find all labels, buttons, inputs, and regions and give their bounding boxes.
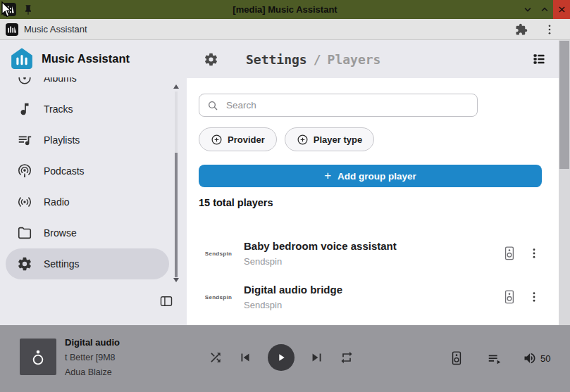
titlebar-buttons <box>519 0 570 19</box>
player-list: Sendspin Baby bedroom voice assistant Se… <box>199 232 559 319</box>
search-icon <box>207 100 218 111</box>
volume-icon <box>523 351 537 365</box>
now-playing-art[interactable] <box>20 339 56 375</box>
radio-broadcast-icon <box>17 194 32 210</box>
sidebar-item-podcasts[interactable]: Podcasts <box>6 156 169 186</box>
total-players-label: 15 total players <box>199 197 559 209</box>
filter-chip-label: Provider <box>228 134 265 145</box>
playlist-icon <box>17 132 32 148</box>
sidebar-app-title: Music Assistant <box>42 52 130 65</box>
close-button[interactable] <box>553 0 570 19</box>
mouse-cursor <box>1 1 13 19</box>
player-brand-logo: Sendspin <box>199 251 238 257</box>
gear-icon <box>17 256 32 272</box>
sidebar-item-label: Playlists <box>44 134 80 146</box>
sidebar-item-label: Radio <box>44 196 70 208</box>
sidebar-scroll-down-arrow[interactable] <box>173 278 179 282</box>
now-playing-bar: Digital audio t Better [9M8 Adua Blaize <box>0 325 570 392</box>
previous-button[interactable] <box>237 350 253 365</box>
speaker-icon <box>502 246 516 261</box>
sidebar-nav-list: Albums Tracks Playlists <box>0 77 187 279</box>
breadcrumb-separator: / <box>314 52 321 67</box>
search-box[interactable] <box>199 94 478 117</box>
breadcrumb-settings[interactable]: Settings <box>246 52 307 67</box>
sidebar-scrollbar-thumb[interactable] <box>175 153 178 277</box>
app-favicon <box>6 23 18 36</box>
player-provider: Sendspin <box>244 256 502 267</box>
add-group-player-button[interactable]: + Add group player <box>199 165 542 187</box>
now-playing-line2: t Better [9M8 <box>65 353 202 362</box>
player-brand-logo: Sendspin <box>199 294 238 301</box>
page-scrollbar-thumb[interactable] <box>559 41 569 169</box>
sidebar-item-label: Settings <box>44 258 80 270</box>
sidebar-item-settings[interactable]: Settings <box>6 248 169 279</box>
kebab-menu-icon[interactable] <box>543 23 556 36</box>
window-title: [media] Music Assistant <box>233 4 337 15</box>
sidebar-item-playlists[interactable]: Playlists <box>6 125 169 156</box>
players-page: Provider Player type + Add group player … <box>187 78 559 325</box>
shuffle-button[interactable] <box>209 350 223 365</box>
shade-button[interactable] <box>519 0 536 19</box>
now-playing-title: Digital audio <box>65 337 202 348</box>
album-icon <box>17 77 32 86</box>
sidebar-item-radio[interactable]: Radio <box>6 186 169 217</box>
player-name: Digital audio bridge <box>244 284 502 296</box>
sidebar-item-label: Albums <box>44 77 77 84</box>
player-provider: Sendspin <box>244 300 502 310</box>
pin-icon[interactable] <box>23 4 34 15</box>
add-group-player-label: Add group player <box>337 171 416 182</box>
player-row[interactable]: Sendspin Baby bedroom voice assistant Se… <box>199 232 559 275</box>
plus-circle-icon <box>297 134 309 146</box>
toolbar-app-name: Music Assistant <box>24 24 87 34</box>
sidebar-item-label: Podcasts <box>44 165 85 177</box>
maximize-button[interactable] <box>536 0 553 19</box>
sidebar-item-label: Tracks <box>44 103 73 115</box>
player-menu-button[interactable] <box>528 247 540 260</box>
music-assistant-logo <box>10 46 34 70</box>
filter-chip-label: Player type <box>314 134 362 145</box>
sidebar: Music Assistant Albums Tracks <box>0 40 187 325</box>
volume-level: 50 <box>540 353 550 364</box>
volume-control[interactable]: 50 <box>523 351 550 365</box>
now-playing-info: Digital audio t Better [9M8 Adua Blaize <box>65 337 202 377</box>
sidebar-scroll-up-arrow[interactable] <box>173 84 179 89</box>
filter-player-type-chip[interactable]: Player type <box>285 127 374 151</box>
sidebar-header: Music Assistant <box>10 46 130 70</box>
play-icon <box>275 352 287 363</box>
music-note-icon <box>17 101 32 117</box>
podcast-icon <box>17 163 32 179</box>
toolbar-actions <box>515 23 564 36</box>
playback-controls <box>209 344 354 371</box>
sidebar-item-browse[interactable]: Browse <box>6 217 169 248</box>
list-view-icon[interactable] <box>532 52 546 66</box>
sidebar-nav: Albums Tracks Playlists <box>0 77 187 283</box>
play-button[interactable] <box>268 344 295 371</box>
breadcrumb-players: Players <box>328 52 381 67</box>
output-speaker-button[interactable] <box>450 350 464 366</box>
music-assistant-window: [media] Music Assistant Music Assistant <box>0 0 570 392</box>
sidebar-item-label: Browse <box>44 227 77 239</box>
player-info: Baby bedroom voice assistant Sendspin <box>244 240 502 267</box>
player-menu-button[interactable] <box>528 291 540 303</box>
filter-provider-chip[interactable]: Provider <box>199 127 277 151</box>
speaker-art-icon <box>27 346 49 367</box>
breadcrumb: Settings/Players <box>246 52 380 67</box>
window-titlebar: [media] Music Assistant <box>0 0 570 19</box>
settings-gear-icon <box>204 52 218 67</box>
repeat-button[interactable] <box>340 350 354 365</box>
player-info: Digital audio bridge Sendspin <box>244 284 502 310</box>
sidebar-item-tracks[interactable]: Tracks <box>6 94 169 125</box>
player-name: Baby bedroom voice assistant <box>244 240 502 252</box>
queue-button[interactable] <box>487 351 502 365</box>
browser-toolbar: Music Assistant <box>0 19 570 40</box>
sidebar-item-albums[interactable]: Albums <box>6 77 169 94</box>
sidebar-collapse-icon[interactable] <box>159 294 173 308</box>
search-input[interactable] <box>225 99 469 111</box>
speaker-icon <box>502 289 516 305</box>
now-playing-line3: Adua Blaize <box>65 367 202 377</box>
extension-icon[interactable] <box>515 23 528 36</box>
next-button[interactable] <box>309 350 325 365</box>
player-row[interactable]: Sendspin Digital audio bridge Sendspin <box>199 275 559 319</box>
plus-icon: + <box>324 170 331 182</box>
plus-circle-icon <box>211 134 223 146</box>
